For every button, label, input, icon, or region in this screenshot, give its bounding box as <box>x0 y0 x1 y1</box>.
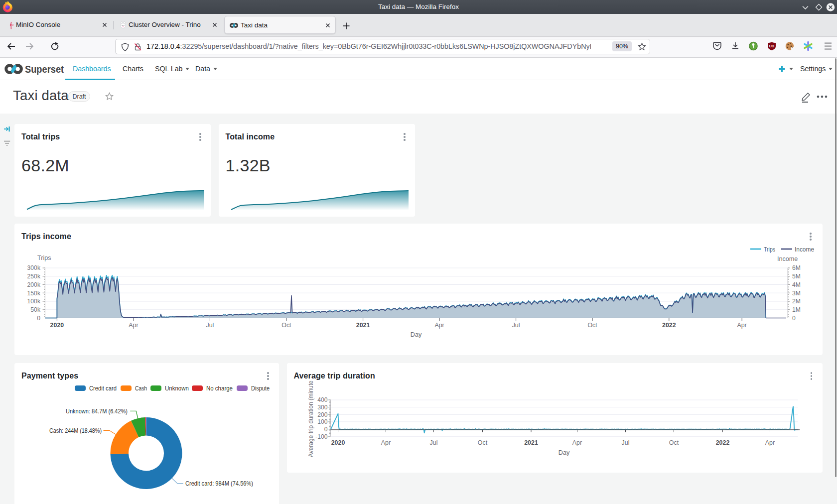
svg-text:Trips: Trips <box>764 246 775 253</box>
svg-text:100k: 100k <box>27 298 41 305</box>
svg-text:Income: Income <box>795 246 814 253</box>
svg-text:Day: Day <box>558 449 569 456</box>
svg-text:0: 0 <box>792 315 796 322</box>
svg-text:Apr: Apr <box>572 439 581 446</box>
svg-text:Oct: Oct <box>669 439 679 446</box>
svg-text:Average trip duration (minute: Average trip duration (minute <box>307 380 314 457</box>
svg-text:Trips: Trips <box>37 254 51 261</box>
svg-text:Credit card: 984M (74.56%): Credit card: 984M (74.56%) <box>185 480 253 487</box>
svg-text:Apr: Apr <box>434 322 444 329</box>
svg-text:Apr: Apr <box>129 322 138 329</box>
svg-text:50k: 50k <box>30 306 41 313</box>
svg-text:UO: UO <box>769 44 775 48</box>
svg-text:4M: 4M <box>792 281 801 288</box>
svg-text:Unknown: Unknown <box>165 384 189 392</box>
svg-text:2022: 2022 <box>662 322 676 329</box>
svg-text:Income: Income <box>777 255 798 262</box>
svg-text:Oct: Oct <box>281 322 291 329</box>
svg-text:Credit card: Credit card <box>89 384 117 392</box>
svg-text:No charge: No charge <box>206 384 233 392</box>
svg-text:Jul: Jul <box>206 322 214 329</box>
svg-text:Jul: Jul <box>429 439 437 446</box>
svg-text:150k: 150k <box>27 290 41 297</box>
svg-text:Oct: Oct <box>477 439 487 446</box>
svg-text:2021: 2021 <box>356 322 370 329</box>
svg-text:300k: 300k <box>27 264 41 271</box>
svg-text:5M: 5M <box>792 273 801 280</box>
svg-text:3M: 3M <box>792 290 801 297</box>
svg-text:400: 400 <box>317 396 328 403</box>
svg-text:Apr: Apr <box>737 322 747 329</box>
svg-text:-100: -100 <box>315 433 328 440</box>
svg-text:Jul: Jul <box>621 439 629 446</box>
svg-text:2020: 2020 <box>50 322 64 329</box>
svg-text:Cash: Cash <box>135 384 147 392</box>
svg-text:200k: 200k <box>27 281 41 288</box>
svg-text:2020: 2020 <box>331 439 345 446</box>
svg-text:6M: 6M <box>792 264 801 271</box>
svg-text:Dispute: Dispute <box>251 384 270 392</box>
svg-text:Cash: 244M (18.48%): Cash: 244M (18.48%) <box>49 427 102 434</box>
svg-text:250k: 250k <box>27 273 41 280</box>
svg-text:2021: 2021 <box>524 439 538 446</box>
svg-text:1M: 1M <box>792 306 801 313</box>
svg-text:100: 100 <box>317 418 328 425</box>
svg-text:0: 0 <box>324 426 327 433</box>
svg-text:Apr: Apr <box>765 439 774 446</box>
svg-text:Day: Day <box>411 331 422 338</box>
svg-text:300: 300 <box>317 404 328 411</box>
svg-text:Oct: Oct <box>587 322 597 329</box>
svg-text:Unknown: 84.7M (6.42%): Unknown: 84.7M (6.42%) <box>66 407 128 415</box>
svg-text:Apr: Apr <box>381 439 390 446</box>
svg-text:200: 200 <box>317 411 328 418</box>
svg-text:2M: 2M <box>792 298 801 305</box>
svg-text:2022: 2022 <box>715 439 729 446</box>
svg-text:Jul: Jul <box>512 322 520 329</box>
svg-text:0: 0 <box>37 315 40 322</box>
